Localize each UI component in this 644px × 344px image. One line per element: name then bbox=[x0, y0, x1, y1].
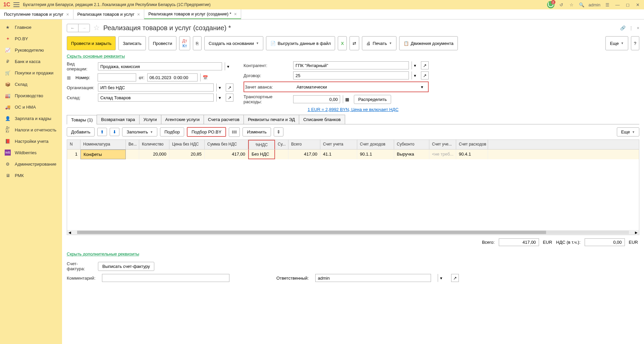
menu-burger-icon[interactable] bbox=[13, 2, 19, 7]
contract-select[interactable]: 25 bbox=[293, 71, 409, 79]
search-icon[interactable]: 🔍 bbox=[579, 2, 585, 8]
close-icon[interactable]: ✕ bbox=[635, 2, 641, 8]
partner-select[interactable]: ГПК "Янтарный" bbox=[293, 61, 409, 69]
sidebar-item-poby[interactable]: ✦PO.BY bbox=[0, 33, 62, 44]
open-icon[interactable]: ↗ bbox=[421, 71, 429, 79]
sidebar-item-warehouse[interactable]: 📦Склад bbox=[0, 78, 62, 90]
chevron-down-icon[interactable]: ▾ bbox=[225, 62, 231, 70]
tab-more-button[interactable]: Еще▼ bbox=[617, 127, 639, 136]
sidebar-item-admin[interactable]: ⚙Администрирование bbox=[0, 158, 62, 170]
col-price[interactable]: Цена без НДС bbox=[169, 140, 205, 149]
tab-close-icon[interactable]: × bbox=[66, 12, 69, 17]
sidebar-item-trade[interactable]: 🛒Покупки и продажи bbox=[0, 67, 62, 78]
open-icon[interactable]: ↗ bbox=[451, 274, 459, 282]
scroll-right-icon[interactable]: ▶ bbox=[634, 231, 639, 234]
distribute-button[interactable]: Распределить bbox=[354, 95, 391, 104]
chevron-down-icon[interactable]: ▾ bbox=[412, 71, 418, 79]
open-icon[interactable]: ↗ bbox=[421, 61, 429, 69]
tab-agent[interactable]: Агентские услуги bbox=[161, 115, 204, 124]
col-income-acc[interactable]: Счет доходов bbox=[357, 140, 394, 149]
advance-select[interactable]: Автоматически bbox=[294, 83, 416, 91]
save-button[interactable]: Записать bbox=[118, 36, 146, 50]
sidebar-item-manager[interactable]: 📈Руководителю bbox=[0, 44, 62, 56]
currency-link[interactable]: 1 EUR = 2,8992 BYN, Цена не включает НДС bbox=[308, 107, 398, 112]
cell-account[interactable]: 41.1 bbox=[320, 150, 357, 159]
back-button[interactable]: ← bbox=[67, 24, 78, 32]
chevron-down-icon[interactable]: ▾ bbox=[412, 61, 418, 69]
cell-weight[interactable] bbox=[126, 150, 139, 159]
expand-button[interactable]: ⇕ bbox=[274, 127, 283, 136]
number-input[interactable] bbox=[98, 73, 136, 81]
col-subconto[interactable]: Субконто bbox=[394, 140, 429, 149]
col-account2[interactable]: Счет уче... bbox=[429, 140, 456, 149]
col-weight[interactable]: Ве... bbox=[126, 140, 139, 149]
cell-total[interactable]: 417,00 bbox=[288, 150, 320, 159]
history-icon[interactable]: ↺ bbox=[558, 2, 565, 8]
struct-icon-button[interactable]: ⎘ bbox=[193, 36, 202, 50]
cell-qty[interactable]: 20,000 bbox=[139, 150, 169, 159]
col-n[interactable]: N bbox=[67, 140, 80, 149]
post-close-button[interactable]: Провести и закрыть bbox=[67, 36, 116, 50]
cell-sum[interactable]: 417,00 bbox=[205, 150, 248, 159]
nav-tab-receipt[interactable]: Поступление товаров и услуг× bbox=[0, 9, 73, 19]
tab-return-tare[interactable]: Возвратная тара bbox=[97, 115, 139, 124]
movements-button[interactable]: 📋Движения документа bbox=[399, 36, 458, 50]
hide-main-fields-link[interactable]: Скрыть основные реквизиты bbox=[67, 54, 125, 59]
sidebar-item-salary[interactable]: 👤Зарплата и кадры bbox=[0, 113, 62, 124]
settings-lines-icon[interactable]: ☰ bbox=[604, 2, 610, 8]
cell-vatsum[interactable] bbox=[275, 150, 288, 159]
more-button[interactable]: Еще▼ bbox=[605, 36, 628, 50]
cell-vat[interactable]: Без НДС bbox=[248, 150, 275, 159]
cell-n[interactable]: 1 bbox=[67, 150, 80, 159]
col-nomenclature[interactable]: Номенклатура bbox=[80, 140, 126, 149]
col-account[interactable]: Счет учета bbox=[320, 140, 357, 149]
chevron-down-icon[interactable]: ▾ bbox=[419, 83, 425, 91]
user-label[interactable]: admin bbox=[589, 2, 600, 7]
tab-accounts[interactable]: Счета расчетов bbox=[204, 115, 244, 124]
cell-price[interactable]: 20,85 bbox=[169, 150, 205, 159]
col-vatsum[interactable]: Су... bbox=[275, 140, 288, 149]
maximize-icon[interactable]: ◻ bbox=[625, 2, 631, 8]
cell-nomenclature[interactable]: Конфеты bbox=[80, 150, 126, 159]
post-button[interactable]: Провести bbox=[149, 36, 177, 50]
nav-tab-sales-create[interactable]: Реализация товаров и услуг (создание) *× bbox=[144, 9, 241, 19]
cell-subconto[interactable]: Выручка bbox=[394, 150, 429, 159]
calendar-icon[interactable]: 📅 bbox=[200, 73, 210, 81]
dtkt-icon-button[interactable]: ДтКт bbox=[179, 36, 190, 50]
export-button[interactable]: 📄Выгрузить данные в файл bbox=[266, 36, 335, 50]
excel-icon-button[interactable]: X bbox=[338, 36, 347, 50]
close-page-icon[interactable]: × bbox=[637, 25, 639, 31]
cell-expense[interactable]: 90.4.1 bbox=[456, 150, 488, 159]
cell-account2[interactable]: <не треб... bbox=[429, 150, 456, 159]
transport-input[interactable] bbox=[293, 95, 340, 103]
chevron-down-icon[interactable]: ▾ bbox=[216, 83, 223, 92]
comment-input[interactable] bbox=[102, 274, 229, 282]
warehouse-select[interactable]: Склад Товаров bbox=[98, 94, 214, 102]
responsible-select[interactable]: admin bbox=[315, 274, 431, 282]
grid-body[interactable]: 1 Конфеты 20,000 20,85 417,00 Без НДС 41… bbox=[67, 150, 639, 230]
sidebar-item-wildberries[interactable]: WBWildberries bbox=[0, 147, 62, 158]
pick-poby-button[interactable]: Подбор PO.BY bbox=[187, 127, 226, 137]
open-icon[interactable]: ↗ bbox=[226, 83, 233, 92]
fill-button[interactable]: Заполнить▼ bbox=[122, 127, 157, 136]
tab-close-icon[interactable]: × bbox=[137, 12, 140, 17]
date-input[interactable] bbox=[147, 73, 198, 81]
tab-close-icon[interactable]: × bbox=[234, 11, 237, 17]
move-down-button[interactable]: ⬇ bbox=[110, 128, 119, 136]
table-row[interactable]: 1 Конфеты 20,000 20,85 417,00 Без НДС 41… bbox=[67, 150, 639, 159]
notification-icon[interactable]: 2 bbox=[547, 1, 554, 8]
write-invoice-button[interactable]: Выписать счет-фактуру bbox=[98, 262, 154, 271]
col-total[interactable]: Всего bbox=[288, 140, 320, 149]
tab-writeoff[interactable]: Списание бланков bbox=[299, 115, 345, 124]
org-select[interactable]: ИП без НДС bbox=[98, 83, 214, 92]
nav-tab-sales[interactable]: Реализация товаров и услуг× bbox=[73, 9, 145, 19]
favorite-icon[interactable]: ☆ bbox=[569, 2, 575, 8]
more-vertical-icon[interactable]: ⋮ bbox=[629, 25, 633, 31]
pick-button[interactable]: Подбор bbox=[160, 127, 184, 136]
link-icon[interactable]: 🔗 bbox=[620, 25, 626, 31]
change-button[interactable]: Изменить bbox=[243, 127, 271, 136]
sidebar-item-assets[interactable]: 🚚ОС и НМА bbox=[0, 101, 62, 113]
move-up-button[interactable]: ⬆ bbox=[97, 128, 107, 136]
chevron-down-icon[interactable]: ▾ bbox=[438, 274, 444, 282]
sidebar-item-accounting-settings[interactable]: 📕Настройки учета bbox=[0, 135, 62, 147]
